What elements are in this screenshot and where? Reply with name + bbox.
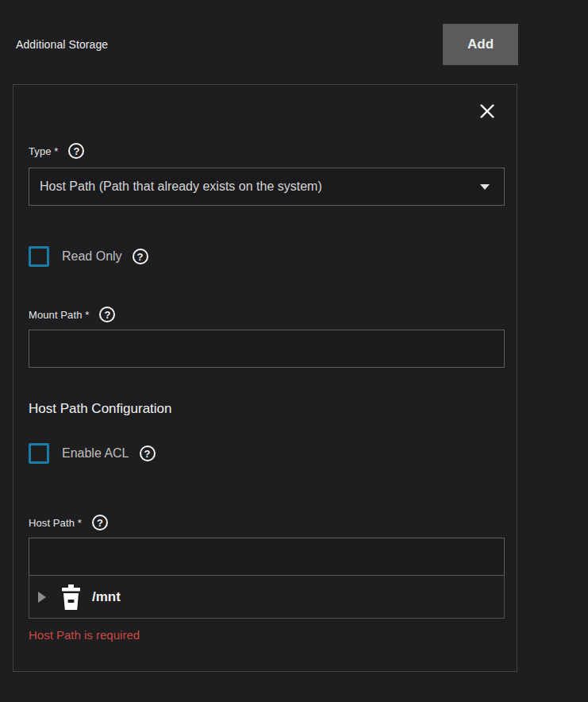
help-icon[interactable]: ? (140, 446, 156, 461)
enable-acl-row: Enable ACL ? (29, 442, 505, 465)
host-path-tree-item[interactable]: /mnt (29, 576, 505, 619)
header-row: Additional Storage Add (16, 24, 518, 65)
storage-item-panel: Type * ? Host Path (Path that already ex… (13, 84, 517, 672)
type-label: Type * (29, 145, 58, 157)
read-only-row: Read Only ? (29, 245, 505, 268)
mount-path-field: Mount Path * ? (29, 306, 505, 368)
help-icon[interactable]: ? (92, 515, 108, 530)
host-path-configuration-heading: Host Path Configuration (29, 401, 505, 417)
close-icon (478, 102, 496, 120)
tree-item-label: /mnt (92, 589, 121, 605)
help-icon[interactable]: ? (68, 143, 84, 159)
read-only-checkbox[interactable] (29, 246, 49, 267)
mount-path-label: Mount Path * (29, 309, 89, 321)
section-title: Additional Storage (16, 38, 108, 51)
storage-bin-icon (60, 584, 82, 610)
host-path-input[interactable] (29, 538, 505, 576)
caret-right-icon[interactable] (38, 592, 46, 603)
host-path-error: Host Path is required (29, 628, 505, 642)
enable-acl-label: Enable ACL (62, 446, 129, 461)
help-icon[interactable]: ? (99, 307, 115, 322)
close-button[interactable] (477, 101, 498, 122)
add-button[interactable]: Add (443, 24, 518, 65)
type-dropdown[interactable]: Host Path (Path that already exists on t… (29, 168, 505, 206)
enable-acl-checkbox[interactable] (29, 443, 49, 464)
mount-path-input[interactable] (29, 330, 505, 368)
read-only-label: Read Only (62, 249, 122, 264)
chevron-down-icon (480, 184, 490, 190)
host-path-field: Host Path * ? /mnt Host Path i (29, 514, 505, 642)
type-field: Type * ? Host Path (Path that already ex… (29, 142, 505, 206)
type-dropdown-selected-value: Host Path (Path that already exists on t… (40, 179, 480, 194)
help-icon[interactable]: ? (133, 249, 148, 264)
host-path-label: Host Path * (29, 517, 82, 529)
